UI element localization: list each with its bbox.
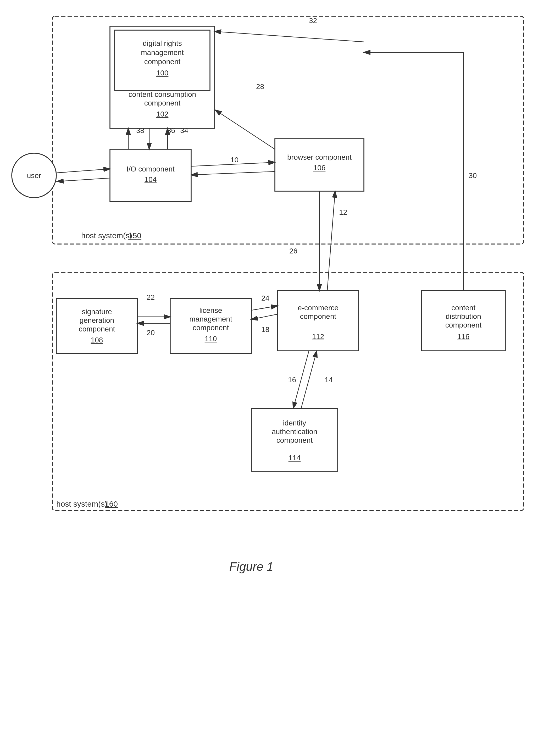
svg-text:host system(s): host system(s) [81, 231, 132, 240]
svg-text:digital rights: digital rights [143, 39, 182, 47]
svg-rect-30 [52, 272, 523, 511]
svg-text:component: component [445, 321, 482, 329]
svg-text:28: 28 [256, 83, 264, 91]
svg-text:host system(s): host system(s) [56, 499, 107, 508]
svg-text:110: 110 [205, 335, 217, 343]
svg-line-57 [251, 306, 278, 310]
svg-text:browser component: browser component [287, 153, 352, 161]
svg-text:generation: generation [79, 316, 114, 324]
svg-rect-34 [275, 139, 364, 191]
svg-text:12: 12 [339, 208, 347, 216]
svg-text:user: user [27, 171, 41, 179]
svg-text:108: 108 [91, 336, 103, 344]
svg-text:content: content [451, 304, 475, 312]
svg-text:distribution: distribution [446, 312, 481, 320]
svg-line-53 [215, 110, 275, 149]
svg-text:component: component [144, 99, 181, 107]
svg-text:authentication: authentication [272, 428, 317, 436]
svg-line-42 [57, 178, 110, 181]
svg-line-43 [191, 162, 275, 166]
svg-text:Figure 1: Figure 1 [229, 560, 274, 573]
svg-text:24: 24 [261, 294, 269, 302]
svg-text:14: 14 [325, 376, 333, 384]
svg-text:106: 106 [314, 164, 326, 172]
svg-line-55 [301, 351, 317, 409]
svg-text:component: component [79, 325, 115, 333]
svg-text:116: 116 [457, 332, 470, 340]
svg-text:management: management [189, 315, 232, 323]
svg-text:20: 20 [147, 329, 155, 337]
svg-text:34: 34 [180, 126, 188, 135]
svg-text:160: 160 [105, 499, 118, 508]
svg-text:32: 32 [309, 16, 317, 24]
main-arrows-svg: digital rights management component 100 … [0, 0, 560, 742]
svg-rect-35 [56, 299, 137, 354]
svg-line-44 [191, 171, 275, 175]
svg-text:e-commerce: e-commerce [298, 304, 338, 312]
svg-rect-33 [110, 149, 191, 202]
svg-line-56 [251, 314, 278, 319]
svg-text:identity: identity [283, 419, 306, 427]
svg-text:104: 104 [145, 175, 157, 183]
svg-text:component: component [193, 324, 229, 332]
svg-text:component: component [276, 436, 313, 444]
svg-rect-39 [251, 409, 338, 471]
svg-line-49 [327, 191, 335, 290]
svg-point-40 [12, 153, 56, 198]
svg-text:30: 30 [469, 171, 477, 179]
svg-rect-36 [170, 299, 251, 354]
svg-text:10: 10 [230, 156, 238, 164]
svg-rect-29 [52, 16, 523, 244]
svg-text:26: 26 [289, 247, 297, 255]
svg-rect-38 [422, 290, 505, 351]
svg-text:signature: signature [82, 308, 112, 316]
svg-text:16: 16 [288, 376, 296, 384]
svg-text:36: 36 [167, 126, 175, 135]
svg-text:component: component [300, 312, 336, 320]
svg-rect-37 [278, 290, 359, 351]
svg-text:114: 114 [288, 454, 301, 462]
svg-text:112: 112 [312, 332, 324, 340]
svg-text:150: 150 [128, 231, 142, 240]
svg-text:component: component [144, 58, 181, 66]
svg-rect-31 [110, 26, 215, 128]
svg-text:I/O component: I/O component [126, 165, 175, 173]
svg-line-41 [57, 169, 110, 173]
svg-text:102: 102 [156, 110, 169, 118]
svg-text:management: management [141, 48, 184, 57]
svg-rect-32 [115, 30, 210, 90]
svg-text:18: 18 [261, 325, 269, 333]
svg-text:38: 38 [136, 126, 144, 135]
svg-line-54 [293, 351, 309, 409]
svg-line-52 [215, 32, 364, 42]
svg-text:content consumption: content consumption [128, 90, 196, 98]
svg-text:100: 100 [156, 69, 169, 77]
svg-text:22: 22 [147, 293, 155, 301]
svg-text:license: license [199, 306, 222, 314]
